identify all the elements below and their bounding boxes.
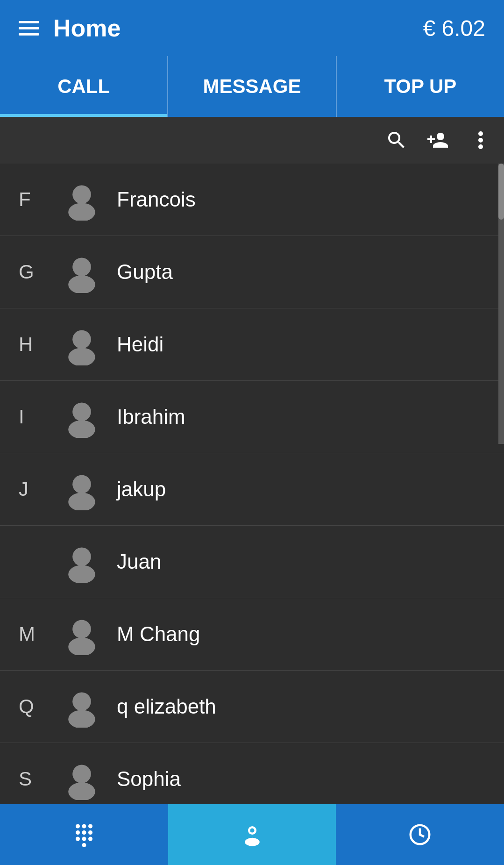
- svg-point-30: [82, 843, 86, 847]
- contact-letter: Q: [19, 695, 47, 718]
- contact-name: Juan: [117, 550, 161, 573]
- bottom-nav: [0, 804, 504, 865]
- svg-point-29: [88, 837, 92, 841]
- svg-point-25: [82, 830, 86, 835]
- svg-point-24: [76, 830, 80, 835]
- avatar: [61, 323, 103, 365]
- contact-letter: F: [19, 188, 47, 211]
- svg-point-22: [82, 824, 86, 829]
- contact-name: q elizabeth: [117, 695, 216, 718]
- svg-point-2: [478, 144, 483, 149]
- header: Home € 6.02: [0, 0, 504, 56]
- contact-item[interactable]: M M Chang: [0, 598, 504, 671]
- contact-item[interactable]: I Ibrahim: [0, 381, 504, 453]
- svg-point-26: [88, 830, 92, 835]
- contact-letter: H: [19, 333, 47, 356]
- svg-point-3: [72, 185, 91, 204]
- contact-list: F Francois G Gupta H Heidi I: [0, 164, 504, 804]
- svg-point-9: [72, 402, 91, 421]
- svg-point-23: [88, 824, 92, 829]
- page-title: Home: [53, 14, 121, 42]
- svg-point-20: [68, 782, 95, 800]
- svg-point-0: [478, 131, 483, 136]
- avatar: [61, 396, 103, 438]
- contact-name: jakup: [117, 478, 166, 501]
- add-contact-icon[interactable]: [426, 129, 453, 151]
- contact-item[interactable]: J jakup: [0, 453, 504, 526]
- avatar: [61, 686, 103, 728]
- contact-letter: S: [19, 768, 47, 790]
- tab-bar: CALL MESSAGE TOP UP: [0, 56, 504, 117]
- contact-letter: G: [19, 261, 47, 283]
- svg-point-28: [82, 837, 86, 841]
- bottom-nav-contacts[interactable]: [168, 804, 336, 865]
- svg-point-15: [72, 620, 91, 638]
- avatar: [61, 613, 103, 655]
- svg-point-17: [72, 692, 91, 711]
- svg-point-1: [478, 138, 483, 143]
- svg-point-18: [68, 710, 95, 728]
- bottom-nav-dialpad[interactable]: [0, 804, 168, 865]
- contact-letter: M: [19, 623, 47, 645]
- contact-name: Sophia: [117, 767, 181, 791]
- avatar: [61, 541, 103, 583]
- svg-point-8: [68, 348, 95, 365]
- svg-point-13: [72, 547, 91, 566]
- svg-point-4: [68, 203, 95, 221]
- contact-letter: J: [19, 478, 47, 500]
- contact-name: M Chang: [117, 622, 200, 646]
- svg-point-19: [72, 765, 91, 783]
- contact-name: Gupta: [117, 260, 173, 284]
- bottom-nav-recents[interactable]: [336, 804, 504, 865]
- contact-name: Francois: [117, 188, 196, 211]
- svg-point-32: [250, 829, 254, 833]
- svg-point-12: [68, 493, 95, 510]
- tab-message[interactable]: MESSAGE: [168, 56, 336, 117]
- tab-call[interactable]: CALL: [0, 56, 168, 117]
- more-options-icon[interactable]: [471, 129, 490, 151]
- tab-topup[interactable]: TOP UP: [337, 56, 504, 117]
- svg-point-11: [72, 475, 91, 493]
- svg-point-14: [68, 565, 95, 583]
- svg-point-10: [68, 420, 95, 438]
- scrollbar-track[interactable]: [498, 164, 504, 444]
- avatar: [61, 468, 103, 510]
- contact-item[interactable]: S Sophia: [0, 743, 504, 804]
- balance-display: € 6.02: [423, 15, 485, 41]
- contact-item[interactable]: H Heidi: [0, 308, 504, 381]
- contact-item[interactable]: G Gupta: [0, 236, 504, 308]
- search-icon[interactable]: [385, 129, 408, 151]
- contact-letter: I: [19, 406, 47, 428]
- contact-item[interactable]: Juan: [0, 526, 504, 598]
- svg-point-7: [72, 330, 91, 349]
- contact-item[interactable]: Q q elizabeth: [0, 671, 504, 743]
- toolbar: [0, 117, 504, 164]
- avatar: [61, 251, 103, 293]
- menu-icon[interactable]: [19, 21, 39, 36]
- svg-point-33: [245, 838, 260, 846]
- svg-point-27: [76, 837, 80, 841]
- svg-point-6: [68, 275, 95, 293]
- svg-point-21: [76, 824, 80, 829]
- scrollbar-thumb: [498, 164, 504, 220]
- header-left: Home: [19, 14, 121, 42]
- avatar: [61, 758, 103, 800]
- svg-point-5: [72, 257, 91, 276]
- avatar: [61, 179, 103, 221]
- contact-name: Ibrahim: [117, 405, 185, 429]
- contact-item[interactable]: F Francois: [0, 164, 504, 236]
- contact-name: Heidi: [117, 333, 163, 356]
- svg-point-16: [68, 637, 95, 655]
